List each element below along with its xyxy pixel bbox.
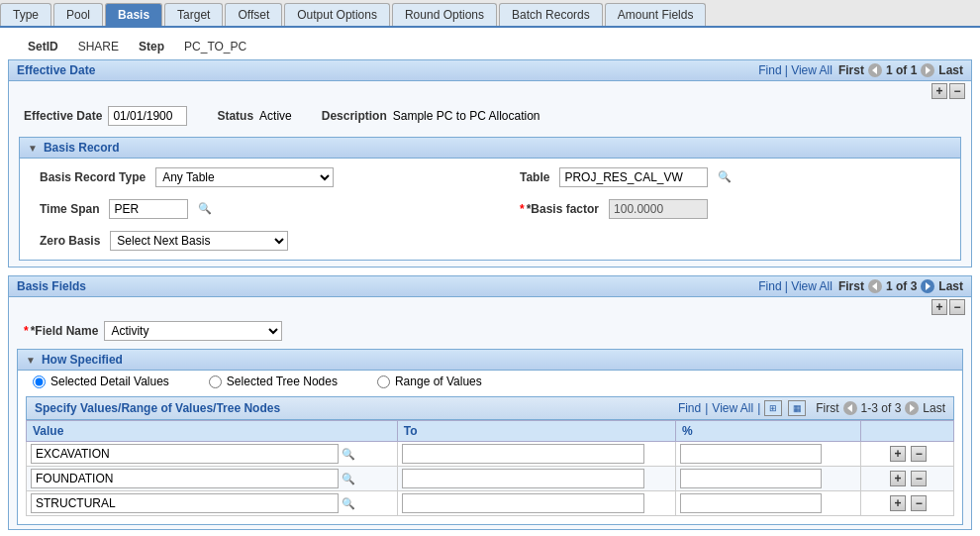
to-cell-2 [397,467,675,491]
table-row: + − [27,491,954,516]
values-table: Value To % [26,420,954,516]
eff-date-label: Effective Date [24,109,102,123]
basis-factor-row: *Basis factor [510,195,950,223]
basis-record-type-row: Basis Record Type Any Table Specific Tab… [30,163,490,191]
tab-batch-records[interactable]: Batch Records [499,3,603,26]
tab-output-options[interactable]: Output Options [284,3,390,26]
basis-factor-input[interactable] [609,199,708,219]
effective-date-title: Effective Date [17,63,95,77]
setid-label: SetID [28,40,58,54]
specify-view-all-link[interactable]: View All [712,401,753,415]
value-lookup-3[interactable] [342,496,357,512]
actions-cell-1: + − [861,442,954,467]
effective-date-page: 1 of 1 [886,63,917,77]
effective-date-find-link[interactable]: Find [758,63,781,77]
col-to-header: To [397,421,675,442]
description-value: Sample PC to PC Allocation [393,109,540,123]
basis-fields-find-link[interactable]: Find [758,279,781,293]
tab-round-options[interactable]: Round Options [392,3,497,26]
tab-pool[interactable]: Pool [53,3,103,26]
row1-remove-btn[interactable]: − [911,446,927,462]
row3-add-btn[interactable]: + [890,495,906,511]
how-specified-subsection: ▼ How Specified Selected Detail Values S… [17,349,963,525]
specify-prev-btn[interactable] [843,401,857,415]
specify-find-link[interactable]: Find [678,401,701,415]
to-input-1[interactable] [402,444,644,464]
status-value: Active [259,109,292,123]
col-pct-header: % [675,421,860,442]
specify-next-btn[interactable] [905,401,919,415]
value-lookup-2[interactable] [342,472,357,487]
effective-date-section-body: + − Effective Date Status Active Descrip… [8,81,972,268]
table-row: + − [27,442,954,467]
basis-fields-add-btn[interactable]: + [931,299,947,315]
radio-selected-detail-input[interactable] [33,375,46,388]
basis-record-type-select[interactable]: Any Table Specific Table [155,167,334,187]
table-lookup-icon[interactable] [718,169,734,185]
pct-cell-3 [675,491,860,516]
grid-view-icon[interactable]: ▦ [788,400,806,416]
basis-fields-view-all-link[interactable]: View All [791,279,833,293]
basis-fields-remove-btn[interactable]: − [949,299,965,315]
effective-date-find-links: Find | View All [758,63,833,77]
value-input-1[interactable] [31,444,339,464]
row2-add-btn[interactable]: + [890,471,906,486]
effective-date-add-btn[interactable]: + [931,83,947,99]
to-input-2[interactable] [402,469,644,488]
pct-input-2[interactable] [680,469,822,488]
tab-amount-fields[interactable]: Amount Fields [605,3,707,26]
basis-fields-title: Basis Fields [17,279,86,293]
radio-selected-tree-label: Selected Tree Nodes [227,375,338,388]
bf-last-label: Last [938,279,963,293]
specify-values-controls: Find | View All | ⊞ ▦ First 1-3 of 3 Las… [678,400,945,416]
basis-fields-prev-btn[interactable] [868,279,882,293]
field-name-select[interactable]: Activity Department Project [104,321,282,341]
collapse-icon[interactable]: ▼ [28,143,38,154]
tab-basis[interactable]: Basis [105,3,162,26]
time-span-lookup-icon[interactable] [198,201,214,217]
value-input-3[interactable] [31,493,339,513]
sp-last-label: Last [923,401,945,415]
row3-remove-btn[interactable]: − [911,495,927,511]
tab-offset[interactable]: Offset [225,3,282,26]
zero-basis-select[interactable]: Select Next Basis Use Zero Skip [110,231,288,251]
sep4: | [757,401,760,415]
effective-date-remove-btn[interactable]: − [949,83,965,99]
time-span-label: Time Span [40,202,99,216]
pct-cell-1 [675,442,860,467]
value-input-2[interactable] [31,469,339,488]
radio-range-input[interactable] [377,375,390,388]
how-specified-collapse-icon[interactable]: ▼ [26,355,36,366]
basis-record-header: ▼ Basis Record [20,138,960,159]
table-input[interactable] [559,167,708,187]
tab-type[interactable]: Type [0,3,51,26]
basis-fields-controls: Find | View All First 1 of 3 Last [758,279,963,293]
effective-date-view-all-link[interactable]: View All [791,63,833,77]
grid-export-icon[interactable]: ⊞ [764,400,782,416]
pct-input-3[interactable] [680,493,822,513]
value-lookup-1[interactable] [342,447,357,463]
eff-date-input[interactable] [108,106,187,126]
time-span-row: Time Span [30,195,490,223]
radio-selected-tree-input[interactable] [209,375,222,388]
pct-input-1[interactable] [680,444,822,464]
description-field: Description Sample PC to PC Allocation [322,109,540,123]
radio-selected-detail: Selected Detail Values [33,375,169,388]
time-span-input[interactable] [109,199,188,219]
col-value-header: Value [27,421,398,442]
first-label: First [838,63,864,77]
row2-remove-btn[interactable]: − [911,471,927,486]
basis-fields-section-body: + − *Field Name Activity Department Proj… [8,297,972,530]
basis-record-title: Basis Record [44,141,120,155]
zero-basis-label: Zero Basis [40,234,100,248]
to-input-3[interactable] [402,493,644,513]
setid-row: SetID SHARE Step PC_TO_PC [8,34,972,59]
row1-add-btn[interactable]: + [890,446,906,462]
basis-fields-next-btn[interactable] [921,279,934,293]
status-field: Status Active [217,109,291,123]
tab-target[interactable]: Target [164,3,223,26]
to-cell-3 [397,491,675,516]
col-actions-header [861,421,954,442]
effective-date-next-btn[interactable] [921,63,934,77]
effective-date-prev-btn[interactable] [868,63,882,77]
